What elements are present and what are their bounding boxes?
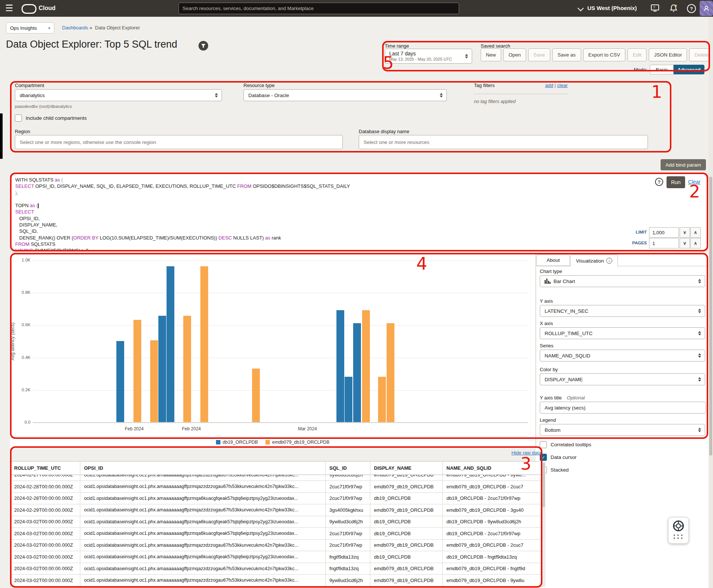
mode-advanced-button[interactable]: Advanced: [674, 65, 704, 74]
table-row[interactable]: 2024-02-27T00:00:00.000Zocid1.opsidataba…: [10, 475, 542, 481]
tab-visualization[interactable]: Visualization i: [570, 254, 618, 267]
limit-input[interactable]: 1,000: [649, 227, 679, 238]
limit-increment-button[interactable]: ∧: [690, 227, 701, 238]
page-title: Data Object Explorer: Top 5 SQL trend: [6, 39, 177, 50]
search-input[interactable]: [178, 3, 459, 14]
clear-link[interactable]: Clear: [688, 179, 700, 185]
legend-item[interactable]: db19_ORCLPDB: [216, 440, 258, 445]
chart-bar[interactable]: [133, 320, 141, 422]
series-label: Series: [540, 343, 554, 348]
y-axis-select[interactable]: LATENCY_IN_SEC: [540, 305, 705, 317]
saved-search-json-editor-button[interactable]: JSON Editor: [649, 48, 687, 61]
tab-about[interactable]: About: [536, 254, 570, 266]
table-row[interactable]: 2024-03-02T00:00:00.000Zocid1.opsidataba…: [10, 528, 542, 540]
table-cell: db19_ORCLPDB: [370, 493, 443, 505]
saved-search-new-button[interactable]: New: [481, 48, 501, 61]
column-header-rollup_time_utc[interactable]: ROLLUP_TIME_UTC: [10, 462, 80, 475]
table-scrollbar-thumb[interactable]: [543, 463, 545, 507]
time-range-select[interactable]: Last 7 days May 13, 2025 - May 20, 2025 …: [385, 49, 472, 64]
limit-decrement-button[interactable]: ∨: [680, 227, 690, 238]
pages-input[interactable]: 1: [649, 238, 679, 248]
chart-bar[interactable]: [158, 316, 166, 422]
chart-bar[interactable]: [200, 266, 208, 422]
app-switcher-ops-insights[interactable]: Ops Insights ▾: [6, 22, 54, 33]
left-edge-handle: [0, 113, 3, 159]
chart-type-select[interactable]: Bar Chart: [540, 275, 705, 287]
chart-bar[interactable]: [167, 266, 174, 422]
breadcrumb-dashboards-link[interactable]: Dashboards: [62, 25, 88, 30]
table-row[interactable]: 2024-02-28T00:00:00.000Zocid1.opsidataba…: [10, 481, 542, 493]
pages-decrement-button[interactable]: ∨: [680, 238, 690, 248]
sql-code[interactable]: WITH SQLSTATS as (SELECT OPSI_ID, DISPLA…: [15, 177, 610, 251]
notifications-bell-icon[interactable]: [669, 4, 678, 14]
saved-search-open-button[interactable]: Open: [503, 48, 526, 61]
user-avatar[interactable]: [700, 1, 713, 16]
sql-help-icon[interactable]: ?: [655, 178, 663, 186]
series-select[interactable]: NAME_AND_SQLID: [540, 350, 705, 362]
raw-data-table[interactable]: ROLLUP_TIME_UTCOPSI_IDSQL_IDDISPLAY_NAME…: [10, 461, 543, 587]
x-axis-select[interactable]: ROLLUP_TIME_UTC: [540, 327, 705, 339]
hide-raw-data-link[interactable]: Hide raw data: [446, 450, 541, 456]
resource-type-select[interactable]: Database - Oracle: [243, 89, 447, 101]
chevron-down-icon[interactable]: [578, 5, 584, 12]
chevron-down-icon: ▾: [48, 26, 50, 30]
filter-funnel-icon[interactable]: [199, 41, 208, 51]
time-range-label: Time range: [385, 43, 409, 49]
chart-bar[interactable]: [345, 377, 352, 422]
chart-bar[interactable]: [378, 377, 386, 422]
y-tick-label: 0.8K: [13, 290, 30, 295]
region-selector[interactable]: US West (Phoenix): [587, 5, 637, 11]
table-cell: emdb079_db19_ORCLPDB: [370, 563, 443, 575]
tag-add-link[interactable]: add: [545, 83, 553, 88]
saved-search-save-as-button[interactable]: Save as: [552, 48, 581, 61]
table-row[interactable]: 2024-03-02T00:00:00.000Zocid1.opsidataba…: [10, 516, 542, 528]
add-bind-param-button[interactable]: Add bind param: [661, 159, 706, 170]
page-scrollbar-thumb[interactable]: [709, 177, 712, 456]
saved-search-edit-button[interactable]: Edit: [627, 48, 646, 61]
column-header-name_and_sqlid[interactable]: NAME_AND_SQLID: [443, 462, 542, 475]
checkbox[interactable]: [540, 441, 547, 448]
help-icon[interactable]: ?: [687, 4, 696, 13]
chart-bar[interactable]: [353, 323, 361, 422]
column-header-sql_id[interactable]: SQL_ID: [326, 462, 370, 475]
legend-select[interactable]: Bottom: [540, 424, 705, 436]
table-row[interactable]: 2024-02-28T00:00:00.000Zocid1.opsidataba…: [10, 493, 542, 505]
series-value: NAME_AND_SQLID: [545, 353, 590, 359]
table-cell: emdb079_db19_ORCLPDB: [370, 540, 443, 552]
tag-clear-link[interactable]: clear: [557, 83, 568, 88]
y-axis-title-input[interactable]: [540, 402, 706, 414]
run-button[interactable]: Run: [667, 176, 685, 188]
select-carets-icon: [698, 309, 701, 313]
chart-bar[interactable]: [336, 310, 344, 422]
chart-bar[interactable]: [252, 369, 260, 422]
cloud-shell-icon[interactable]: ?: [651, 4, 659, 14]
chart-bar[interactable]: [150, 340, 158, 422]
legend-item[interactable]: emdb079_db19_ORCLPDB: [265, 440, 329, 445]
column-header-display_name[interactable]: DISPLAY_NAME: [370, 462, 443, 475]
hamburger-menu-icon[interactable]: ☰: [5, 3, 13, 13]
color-by-select[interactable]: DISPLAY_NAME: [540, 373, 705, 385]
saved-search-export-to-csv-button[interactable]: Export to CSV: [583, 48, 626, 61]
chart-bar[interactable]: [387, 323, 394, 422]
region-input[interactable]: [15, 135, 343, 149]
db-display-name-input[interactable]: [359, 135, 648, 149]
pages-increment-button[interactable]: ∧: [690, 238, 701, 248]
sql-editor-panel[interactable]: WITH SQLSTATS as (SELECT OPSI_ID, DISPLA…: [10, 173, 708, 251]
chart-bar[interactable]: [116, 341, 124, 422]
tag-actions-separator: |: [555, 83, 556, 88]
assistant-widget[interactable]: [668, 517, 689, 544]
chart-bar[interactable]: [362, 310, 370, 422]
compartment-select[interactable]: dbanalytics: [15, 89, 222, 101]
table-row[interactable]: 2024-03-02T00:00:00.000Zocid1.opsidataba…: [10, 551, 542, 563]
table-row[interactable]: 2024-03-02T00:00:00.000Zocid1.opsidataba…: [10, 540, 542, 552]
include-child-checkbox[interactable]: [15, 115, 22, 122]
bar-chart-plot[interactable]: [33, 260, 528, 422]
table-row[interactable]: 2024-02-29T00:00:00.000Zocid1.opsidataba…: [10, 504, 542, 516]
mode-basic-button[interactable]: Basic: [650, 65, 674, 74]
table-row[interactable]: 2024-03-02T00:00:00.000Zocid1.opsidataba…: [10, 575, 542, 587]
saved-search-save-button[interactable]: Save: [528, 48, 550, 61]
table-row[interactable]: 2024-03-02T00:00:00.000Zocid1.opsidataba…: [10, 563, 542, 575]
drag-dots-icon: [674, 534, 683, 539]
column-header-opsi_id[interactable]: OPSI_ID: [80, 462, 326, 475]
chart-bar[interactable]: [183, 316, 191, 422]
